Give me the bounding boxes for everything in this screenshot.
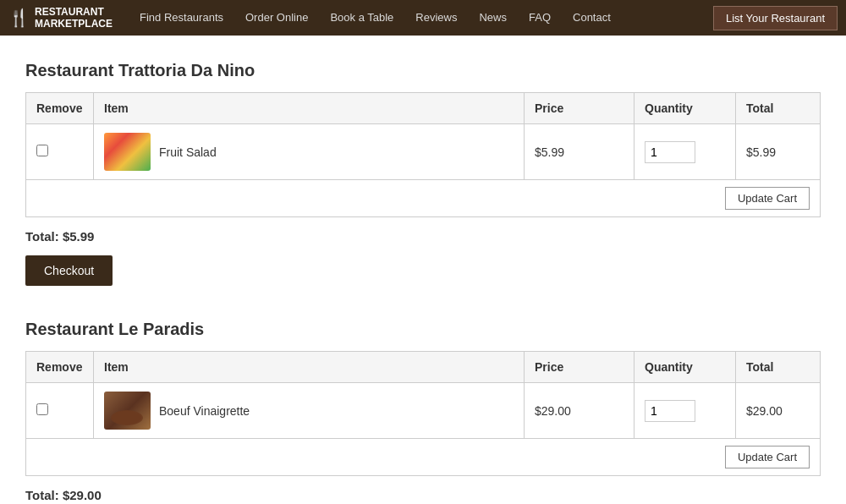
item-name-fruitsalad: Fruit Salad bbox=[159, 145, 217, 159]
update-row-leparadis: Update Cart bbox=[26, 439, 821, 476]
restaurant-title-trattoria: Restaurant Trattoria Da Nino bbox=[25, 61, 821, 80]
col-header-total-1: Total bbox=[736, 93, 821, 124]
brand-logo: 🍴 RESTAURANTMARKETPLACE bbox=[8, 6, 113, 30]
brand-text: RESTAURANTMARKETPLACE bbox=[35, 6, 113, 30]
nav-links: Find Restaurants Order Online Book a Tab… bbox=[129, 0, 713, 36]
restaurant-title-leparadis: Restaurant Le Paradis bbox=[25, 320, 821, 339]
col-header-item-2: Item bbox=[94, 352, 525, 383]
total-leparadis: Total: $29.00 bbox=[25, 488, 821, 502]
update-cart-cell-trattoria: Update Cart bbox=[26, 180, 821, 217]
list-restaurant-button[interactable]: List Your Restaurant bbox=[713, 6, 838, 30]
nav-faq[interactable]: FAQ bbox=[519, 0, 561, 36]
total-cell-fruitsalad: $5.99 bbox=[736, 124, 821, 180]
cart-table-leparadis: Remove Item Price Quantity Total Boeuf V bbox=[25, 351, 821, 476]
total-cell-boeuf: $29.00 bbox=[736, 383, 821, 439]
nav-news[interactable]: News bbox=[469, 0, 517, 36]
table-header-row-leparadis: Remove Item Price Quantity Total bbox=[26, 352, 821, 383]
table-row: Boeuf Vinaigrette $29.00 $29.00 bbox=[26, 383, 821, 439]
restaurant-section-leparadis: Restaurant Le Paradis Remove Item Price … bbox=[25, 320, 821, 504]
nav-reviews[interactable]: Reviews bbox=[405, 0, 467, 36]
quantity-input-boeuf[interactable] bbox=[645, 400, 695, 422]
item-name-boeuf: Boeuf Vinaigrette bbox=[159, 404, 250, 418]
checkout-button-trattoria[interactable]: Checkout bbox=[25, 255, 113, 286]
col-header-price-1: Price bbox=[525, 93, 634, 124]
col-header-total-2: Total bbox=[736, 352, 821, 383]
update-cart-button-leparadis[interactable]: Update Cart bbox=[725, 446, 810, 468]
total-trattoria: Total: $5.99 bbox=[25, 229, 821, 244]
nav-contact[interactable]: Contact bbox=[563, 0, 621, 36]
col-header-quantity-2: Quantity bbox=[634, 352, 736, 383]
nav-find-restaurants[interactable]: Find Restaurants bbox=[129, 0, 233, 36]
item-cell-1: Fruit Salad bbox=[94, 124, 525, 180]
col-header-remove-2: Remove bbox=[26, 352, 94, 383]
cart-table-trattoria: Remove Item Price Quantity Total Fruit S bbox=[25, 92, 821, 217]
remove-cell-1 bbox=[26, 124, 94, 180]
update-cart-cell-leparadis: Update Cart bbox=[26, 439, 821, 476]
col-header-item-1: Item bbox=[94, 93, 525, 124]
nav-book-table[interactable]: Book a Table bbox=[320, 0, 404, 36]
col-header-remove-1: Remove bbox=[26, 93, 94, 124]
item-image-boeuf bbox=[104, 392, 151, 430]
fork-icon: 🍴 bbox=[8, 8, 30, 28]
remove-checkbox-boeuf[interactable] bbox=[36, 403, 48, 415]
remove-checkbox-fruitsalad[interactable] bbox=[36, 145, 48, 156]
table-row: Fruit Salad $5.99 $5.99 bbox=[26, 124, 821, 180]
table-header-row-trattoria: Remove Item Price Quantity Total bbox=[26, 93, 821, 124]
update-row-trattoria: Update Cart bbox=[26, 180, 821, 217]
quantity-cell-boeuf bbox=[634, 383, 736, 439]
quantity-input-fruitsalad[interactable] bbox=[645, 141, 695, 163]
main-content: Restaurant Trattoria Da Nino Remove Item… bbox=[0, 36, 846, 504]
restaurant-section-trattoria: Restaurant Trattoria Da Nino Remove Item… bbox=[25, 61, 821, 286]
col-header-quantity-1: Quantity bbox=[634, 93, 736, 124]
quantity-cell-fruitsalad bbox=[634, 124, 736, 180]
price-cell-fruitsalad: $5.99 bbox=[525, 124, 634, 180]
update-cart-button-trattoria[interactable]: Update Cart bbox=[725, 187, 810, 210]
nav-order-online[interactable]: Order Online bbox=[235, 0, 318, 36]
item-image-fruitsalad bbox=[104, 133, 151, 171]
item-cell-2: Boeuf Vinaigrette bbox=[94, 383, 525, 439]
remove-cell-2 bbox=[26, 383, 94, 439]
navbar: 🍴 RESTAURANTMARKETPLACE Find Restaurants… bbox=[0, 0, 846, 36]
price-cell-boeuf: $29.00 bbox=[525, 383, 634, 439]
col-header-price-2: Price bbox=[525, 352, 634, 383]
